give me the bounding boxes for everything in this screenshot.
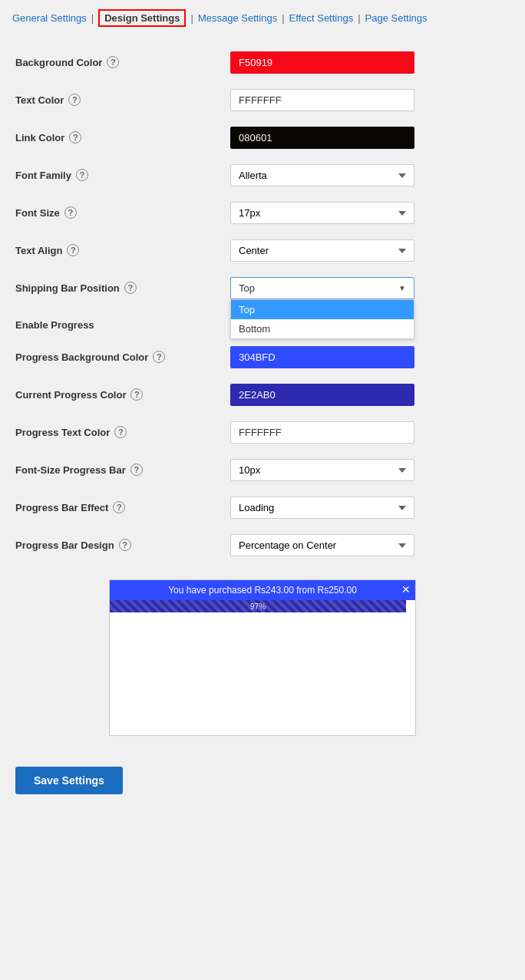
- shipping-bar-position-help-icon[interactable]: ?: [124, 282, 137, 294]
- shipping-bar-position-label: Shipping Bar Position ?: [15, 277, 230, 294]
- text-color-control: [230, 89, 510, 111]
- nav-separator-3: |: [282, 12, 284, 24]
- shipping-bar-position-dropdown: Top ▼ Top Bottom: [230, 277, 510, 299]
- text-color-help-icon[interactable]: ?: [68, 94, 81, 106]
- font-size-select[interactable]: 17px: [230, 202, 414, 224]
- preview-box: You have purchased Rs243.00 from Rs250.0…: [109, 579, 416, 736]
- current-progress-color-control: [230, 384, 510, 406]
- progress-text-color-control: [230, 421, 510, 444]
- preview-progress-bar: 97%: [110, 600, 406, 612]
- preview-header: You have purchased Rs243.00 from Rs250.0…: [110, 580, 415, 600]
- progress-bar-effect-row: Progress Bar Effect ? Loading: [15, 489, 510, 526]
- background-color-control: [230, 51, 510, 74]
- nav-page-settings[interactable]: Page Settings: [365, 12, 428, 24]
- font-size-progress-help-icon[interactable]: ?: [130, 464, 143, 476]
- link-color-input[interactable]: [230, 127, 414, 149]
- current-progress-color-input[interactable]: [230, 384, 414, 406]
- font-size-row: Font Size ? 17px: [15, 194, 510, 232]
- font-size-progress-row: Font-Size Progress Bar ? 10px: [15, 451, 510, 489]
- text-color-row: Text Color ?: [15, 81, 510, 119]
- shipping-bar-position-value: Top: [239, 282, 255, 294]
- font-family-dropdown-wrapper: Allerta: [230, 164, 414, 186]
- save-section: Save Settings: [0, 751, 525, 810]
- text-color-input[interactable]: [230, 89, 414, 111]
- shipping-bar-position-control: Top ▼ Top Bottom: [230, 277, 510, 299]
- font-size-label: Font Size ?: [15, 202, 230, 219]
- font-family-label: Font Family ?: [15, 164, 230, 181]
- progress-text-color-input[interactable]: [230, 421, 414, 444]
- progress-bar-design-select[interactable]: Percentage on Center: [230, 534, 414, 556]
- dropdown-option-top[interactable]: Top: [231, 300, 414, 319]
- text-align-help-icon[interactable]: ?: [67, 244, 79, 256]
- progress-bg-color-help-icon[interactable]: ?: [153, 351, 165, 363]
- font-family-row: Font Family ? Allerta: [15, 157, 510, 194]
- nav-separator-2: |: [190, 12, 193, 24]
- text-align-select[interactable]: Center: [230, 239, 414, 262]
- preview-progress-percent: 97%: [250, 602, 266, 611]
- link-color-row: Link Color ?: [15, 119, 510, 157]
- shipping-bar-position-select-box[interactable]: Top ▼: [230, 277, 414, 299]
- font-size-progress-label: Font-Size Progress Bar ?: [15, 459, 230, 476]
- font-size-progress-control: 10px: [230, 459, 510, 481]
- text-color-label: Text Color ?: [15, 89, 230, 106]
- nav-design-settings[interactable]: Design Settings: [98, 9, 186, 27]
- enable-progress-label: Enable Progress: [15, 315, 230, 331]
- shipping-bar-position-dropdown-list: Top Bottom: [230, 299, 414, 339]
- save-settings-button[interactable]: Save Settings: [15, 767, 123, 794]
- background-color-input[interactable]: [230, 51, 414, 74]
- progress-text-color-help-icon[interactable]: ?: [114, 426, 127, 438]
- progress-text-color-row: Progress Text Color ?: [15, 414, 510, 451]
- chevron-down-icon: ▼: [398, 284, 406, 292]
- progress-bar-design-help-icon[interactable]: ?: [119, 539, 131, 551]
- progress-bg-color-input[interactable]: [230, 346, 414, 368]
- top-navigation: General Settings | Design Settings | Mes…: [0, 0, 525, 36]
- settings-body: Background Color ? Text Color ? Link Col…: [0, 36, 525, 751]
- progress-bar-design-control: Percentage on Center: [230, 534, 510, 556]
- background-color-label: Background Color ?: [15, 51, 230, 68]
- progress-bg-color-row: Progress Background Color ?: [15, 338, 510, 376]
- progress-bar-effect-label: Progress Bar Effect ?: [15, 497, 230, 513]
- font-family-help-icon[interactable]: ?: [76, 169, 88, 181]
- text-align-row: Text Align ? Center: [15, 232, 510, 269]
- preview-content-area: [110, 612, 415, 735]
- current-progress-color-help-icon[interactable]: ?: [130, 388, 143, 401]
- nav-message-settings[interactable]: Message Settings: [198, 12, 277, 24]
- text-align-label: Text Align ?: [15, 239, 230, 256]
- dropdown-option-bottom[interactable]: Bottom: [231, 319, 414, 338]
- progress-bar-effect-select[interactable]: Loading: [230, 497, 414, 519]
- link-color-help-icon[interactable]: ?: [69, 131, 81, 144]
- nav-separator-4: |: [358, 12, 360, 24]
- link-color-control: [230, 127, 510, 149]
- current-progress-color-label: Current Progress Color ?: [15, 384, 230, 401]
- progress-bar-design-row: Progress Bar Design ? Percentage on Cent…: [15, 526, 510, 564]
- nav-separator-1: |: [91, 12, 94, 24]
- nav-general-settings[interactable]: General Settings: [12, 12, 87, 24]
- font-family-control: Allerta: [230, 164, 510, 186]
- background-color-help-icon[interactable]: ?: [107, 56, 119, 68]
- link-color-label: Link Color ?: [15, 127, 230, 144]
- shipping-bar-position-row: Shipping Bar Position ? Top ▼ Top Bottom: [15, 269, 510, 307]
- progress-bar-effect-help-icon[interactable]: ?: [113, 501, 125, 513]
- background-color-row: Background Color ?: [15, 44, 510, 81]
- preview-message: You have purchased Rs243.00 from Rs250.0…: [168, 585, 357, 596]
- progress-bg-color-label: Progress Background Color ?: [15, 346, 230, 363]
- progress-bg-color-control: [230, 346, 510, 368]
- nav-effect-settings[interactable]: Effect Settings: [289, 12, 354, 24]
- progress-text-color-label: Progress Text Color ?: [15, 421, 230, 438]
- current-progress-color-row: Current Progress Color ?: [15, 376, 510, 414]
- preview-section: You have purchased Rs243.00 from Rs250.0…: [15, 579, 510, 736]
- font-size-control: 17px: [230, 202, 510, 224]
- progress-bar-effect-control: Loading: [230, 497, 510, 519]
- font-size-progress-select[interactable]: 10px: [230, 459, 414, 481]
- preview-close-icon[interactable]: ✕: [401, 583, 411, 596]
- progress-bar-design-label: Progress Bar Design ?: [15, 534, 230, 551]
- font-family-select[interactable]: Allerta: [230, 164, 414, 186]
- font-size-help-icon[interactable]: ?: [64, 206, 77, 219]
- text-align-control: Center: [230, 239, 510, 262]
